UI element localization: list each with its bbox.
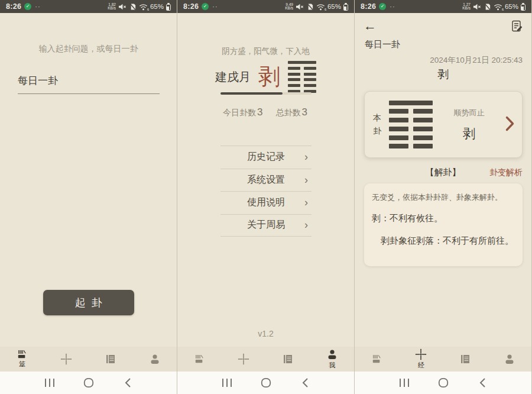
home-key-icon[interactable]	[259, 377, 273, 389]
hexagram-motto: 顺势而止	[454, 108, 485, 118]
interpretation-card: 无变爻，依据本卦卦辞、卦象来解卦。 剥：不利有攸往。 剥卦象征剥落：不利于有所前…	[364, 183, 523, 266]
battery-icon	[343, 3, 348, 11]
edit-note-icon[interactable]	[511, 20, 524, 35]
interpretation-header: 【解卦】 卦变解析	[355, 167, 531, 178]
wifi-icon: 6	[316, 3, 325, 11]
settings-menu: 历史记录› 系统设置› 使用说明› 关于周易›	[220, 146, 312, 237]
status-time: 8:26	[183, 2, 199, 11]
yarrow-sticks-icon	[371, 354, 382, 364]
battery-percent: 65%	[505, 3, 518, 10]
interpretation-note: 无变爻，依据本卦卦辞、卦象来解卦。	[372, 192, 515, 203]
tab-divination[interactable]	[355, 347, 399, 372]
book-icon	[282, 353, 294, 365]
menu-item-settings[interactable]: 系统设置›	[220, 169, 312, 192]
cross-move-icon	[238, 353, 249, 365]
chevron-right-icon	[505, 116, 514, 134]
tab-classic[interactable]	[222, 347, 266, 372]
month-progress-bar	[220, 92, 312, 95]
main-hexagram-card[interactable]: 本卦 顺势而止 剥	[364, 91, 523, 158]
battery-icon	[166, 3, 171, 11]
app-version: v1.2	[177, 329, 354, 338]
no-sim-icon	[129, 3, 137, 11]
recents-key-icon[interactable]	[398, 377, 411, 389]
no-sim-icon	[306, 3, 314, 11]
stat-label: 总卦数	[275, 108, 300, 117]
cross-move-icon	[415, 348, 427, 360]
chevron-right-icon: ›	[304, 174, 308, 186]
vpn-shield-icon: ✓	[379, 3, 386, 10]
yarrow-sticks-icon	[16, 350, 28, 359]
network-speed: 1.27KB/s	[462, 3, 471, 11]
page-title: 每日一卦	[365, 39, 400, 50]
tab-profile[interactable]	[487, 347, 531, 372]
book-icon	[105, 353, 116, 365]
menu-item-history[interactable]: 历史记录›	[220, 146, 312, 169]
vpn-shield-icon: ✓	[202, 3, 209, 10]
chevron-right-icon: ›	[304, 196, 308, 209]
back-arrow-icon[interactable]: ←	[364, 18, 377, 34]
tab-profile[interactable]: 我	[310, 347, 354, 372]
recents-key-icon[interactable]	[43, 377, 56, 389]
card-role-label: 本卦	[372, 112, 382, 137]
home-content: 阴方盛，阳气微，下入地 建戌月 剥 今日卦数3 总卦数3 历史记录› 系统设置›…	[177, 13, 354, 347]
back-key-icon[interactable]	[299, 377, 312, 389]
hexagram-name: 剥	[258, 62, 280, 92]
tab-divination[interactable]	[177, 347, 222, 372]
chevron-right-icon: ›	[304, 151, 308, 163]
tab-divination[interactable]: 筮	[0, 347, 44, 372]
volume-muted-icon	[118, 3, 126, 11]
status-bar: 8:26 ✓ ·· 1.82KB/s 6 65%	[0, 0, 177, 13]
status-time: 8:26	[6, 2, 21, 11]
chevron-right-icon: ›	[304, 219, 308, 231]
hexagram-explanation: 剥卦象征剥落：不利于有所前往。	[372, 235, 515, 247]
android-nav-bar	[177, 372, 354, 394]
person-icon	[149, 353, 161, 365]
hexagram-judgment: 剥：不利有攸往。	[372, 213, 515, 224]
tab-label: 筮	[19, 360, 25, 369]
notification-dots: ··	[35, 3, 40, 10]
book-icon	[459, 353, 471, 365]
tab-classic[interactable]: 经	[399, 347, 443, 372]
status-bar: 8:26 ✓ ·· 9.49KB/s 6 65%	[177, 0, 354, 13]
status-time: 8:26	[361, 2, 376, 11]
back-key-icon[interactable]	[121, 377, 134, 389]
tab-bar: 经	[355, 347, 531, 372]
cast-hexagram-button[interactable]: 起卦	[43, 290, 134, 315]
battery-icon	[521, 3, 525, 11]
android-nav-bar	[355, 372, 531, 394]
volume-muted-icon	[473, 3, 481, 11]
timestamp: 2024年10月21日 20:25:43	[430, 55, 523, 66]
tab-bar: 筮	[0, 347, 177, 372]
tab-label: 我	[329, 361, 335, 370]
tab-commentary[interactable]	[266, 347, 310, 372]
person-icon	[504, 353, 515, 365]
question-hint: 输入起卦问题，或每日一卦	[0, 44, 177, 54]
volume-muted-icon	[296, 3, 304, 11]
detail-content: ← 每日一卦 2024年10月21日 20:25:43 剥 本卦 顺势而止 剥 …	[355, 13, 531, 347]
tab-commentary[interactable]	[443, 347, 488, 372]
tab-classic[interactable]	[44, 347, 89, 372]
home-key-icon[interactable]	[437, 377, 450, 389]
hexagram-change-link[interactable]: 卦变解析	[489, 167, 523, 178]
android-nav-bar	[0, 372, 177, 394]
notification-dots: ··	[390, 3, 395, 10]
hexagram-subtitle: 阴方盛，阳气微，下入地	[177, 46, 354, 57]
vpn-shield-icon: ✓	[24, 3, 31, 10]
yarrow-sticks-icon	[193, 354, 205, 364]
menu-item-help[interactable]: 使用说明›	[220, 191, 312, 214]
tab-label: 经	[418, 361, 424, 370]
tab-commentary[interactable]	[89, 347, 133, 372]
tab-bar: 我	[177, 347, 354, 372]
hexagram-symbol	[288, 61, 316, 93]
network-speed: 9.49KB/s	[285, 3, 293, 11]
tab-profile[interactable]	[132, 347, 177, 372]
stats-row: 今日卦数3 总卦数3	[177, 106, 354, 118]
wifi-icon: 6	[494, 3, 502, 11]
recents-key-icon[interactable]	[220, 377, 233, 389]
screen-daily-hexagram-home: 8:26 ✓ ·· 9.49KB/s 6 65% 阴方盛，阳气微，下入地 建戌月…	[177, 0, 355, 394]
back-key-icon[interactable]	[476, 377, 489, 389]
menu-item-about[interactable]: 关于周易›	[220, 214, 312, 237]
home-key-icon[interactable]	[82, 377, 95, 389]
question-input[interactable]	[18, 72, 160, 94]
no-sim-icon	[484, 3, 491, 11]
